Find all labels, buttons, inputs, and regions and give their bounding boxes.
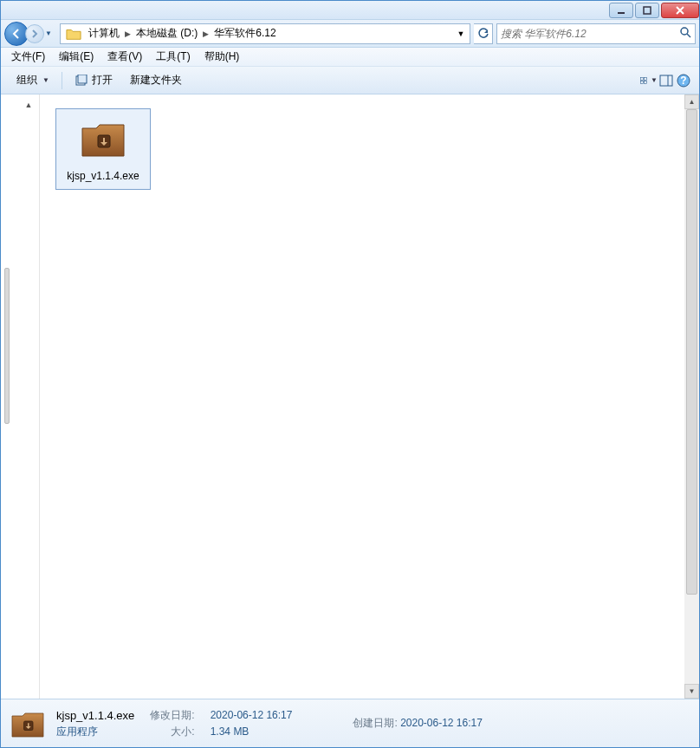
svg-rect-8 bbox=[641, 81, 644, 83]
exe-icon bbox=[75, 114, 131, 163]
separator bbox=[62, 72, 62, 89]
details-created-value: 2020-06-12 16:17 bbox=[400, 717, 483, 729]
open-icon bbox=[75, 75, 88, 87]
search-input[interactable] bbox=[501, 28, 679, 40]
address-row: ▼ 计算机 ▶ 本地磁盘 (D:) ▶ 华军软件6.12 ▼ bbox=[1, 20, 699, 48]
scroll-thumb[interactable] bbox=[686, 109, 697, 595]
menu-edit[interactable]: 编辑(E) bbox=[52, 48, 100, 66]
content-scrollbar[interactable]: ▲ ▼ bbox=[684, 94, 699, 699]
folder-icon bbox=[66, 27, 81, 41]
search-icon[interactable] bbox=[679, 26, 691, 41]
details-filename: kjsp_v1.1.4.exe bbox=[56, 709, 134, 722]
svg-line-3 bbox=[687, 34, 690, 37]
organize-label: 组织 bbox=[16, 73, 37, 88]
close-icon bbox=[675, 6, 685, 15]
maximize-icon bbox=[643, 6, 651, 15]
view-options-button[interactable]: ▼ bbox=[640, 72, 658, 89]
chevron-right-icon[interactable]: ▶ bbox=[123, 29, 133, 38]
main-area: ▲ kjsp_v1.1.4.exe ▲ bbox=[1, 94, 699, 699]
svg-rect-5 bbox=[78, 75, 87, 83]
chevron-down-icon: ▼ bbox=[651, 76, 658, 84]
chevron-down-icon: ▼ bbox=[42, 76, 49, 84]
svg-rect-7 bbox=[644, 77, 646, 80]
svg-rect-6 bbox=[641, 77, 644, 80]
help-button[interactable]: ? bbox=[675, 72, 692, 89]
preview-pane-icon bbox=[659, 75, 673, 87]
window-controls bbox=[609, 3, 699, 18]
svg-rect-1 bbox=[644, 7, 651, 14]
details-created-label: 创建日期: bbox=[353, 717, 397, 729]
forward-button[interactable] bbox=[25, 24, 44, 43]
details-pane: kjsp_v1.1.4.exe 修改日期: 2020-06-12 16:17 应… bbox=[1, 699, 699, 747]
refresh-icon bbox=[477, 28, 489, 40]
breadcrumb-item[interactable]: 计算机 bbox=[85, 26, 123, 41]
new-folder-button[interactable]: 新建文件夹 bbox=[121, 70, 191, 91]
file-name: kjsp_v1.1.4.exe bbox=[67, 170, 139, 184]
address-bar[interactable]: 计算机 ▶ 本地磁盘 (D:) ▶ 华军软件6.12 ▼ bbox=[60, 23, 470, 44]
menu-tools[interactable]: 工具(T) bbox=[149, 48, 197, 66]
details-type: 应用程序 bbox=[56, 725, 134, 739]
details-file-icon bbox=[10, 707, 46, 740]
arrow-right-icon bbox=[30, 29, 39, 38]
chevron-right-icon[interactable]: ▶ bbox=[201, 29, 211, 38]
svg-rect-9 bbox=[644, 81, 646, 83]
navigation-pane[interactable]: ▲ bbox=[1, 94, 40, 699]
preview-pane-button[interactable] bbox=[658, 72, 675, 89]
scroll-down-icon[interactable]: ▼ bbox=[684, 684, 699, 699]
open-button[interactable]: 打开 bbox=[66, 70, 121, 91]
search-box[interactable] bbox=[496, 23, 696, 44]
maximize-button[interactable] bbox=[635, 3, 659, 18]
nav-collapse-button[interactable]: ▲ bbox=[22, 98, 36, 112]
svg-rect-10 bbox=[660, 75, 672, 86]
organize-button[interactable]: 组织 ▼ bbox=[8, 70, 58, 91]
refresh-button[interactable] bbox=[474, 23, 493, 44]
breadcrumb-item[interactable]: 本地磁盘 (D:) bbox=[133, 26, 201, 41]
details-modified-value: 2020-06-12 16:17 bbox=[211, 709, 293, 721]
nav-buttons: ▼ bbox=[4, 22, 56, 46]
help-icon: ? bbox=[677, 74, 690, 88]
scroll-track[interactable] bbox=[684, 109, 699, 684]
file-list[interactable]: kjsp_v1.1.4.exe ▲ ▼ bbox=[40, 94, 699, 699]
close-button[interactable] bbox=[661, 3, 699, 18]
arrow-left-icon bbox=[10, 28, 23, 40]
svg-point-2 bbox=[681, 28, 688, 35]
menu-bar: 文件(F) 编辑(E) 查看(V) 工具(T) 帮助(H) bbox=[1, 48, 699, 67]
nav-history-dropdown[interactable]: ▼ bbox=[44, 29, 53, 37]
details-size-label: 大小: bbox=[150, 725, 194, 739]
toolbar: 组织 ▼ 打开 新建文件夹 ▼ ? bbox=[1, 67, 699, 94]
titlebar bbox=[1, 1, 699, 20]
scroll-up-icon[interactable]: ▲ bbox=[684, 94, 699, 109]
minimize-button[interactable] bbox=[609, 3, 633, 18]
open-label: 打开 bbox=[92, 73, 113, 88]
menu-view[interactable]: 查看(V) bbox=[100, 48, 149, 66]
explorer-window: ▼ 计算机 ▶ 本地磁盘 (D:) ▶ 华军软件6.12 ▼ 文件(F) 编辑(… bbox=[0, 0, 700, 748]
breadcrumb-item[interactable]: 华军软件6.12 bbox=[211, 26, 279, 41]
file-item[interactable]: kjsp_v1.1.4.exe bbox=[55, 108, 151, 190]
nav-scrollbar[interactable] bbox=[4, 268, 10, 424]
minimize-icon bbox=[617, 6, 625, 15]
address-dropdown[interactable]: ▼ bbox=[454, 29, 468, 38]
menu-help[interactable]: 帮助(H) bbox=[198, 48, 247, 66]
svg-text:?: ? bbox=[680, 75, 686, 87]
view-icon bbox=[640, 75, 649, 87]
new-folder-label: 新建文件夹 bbox=[130, 73, 182, 88]
details-created-group: 创建日期: 2020-06-12 16:17 bbox=[353, 716, 482, 731]
menu-file[interactable]: 文件(F) bbox=[4, 48, 52, 66]
details-modified-label: 修改日期: bbox=[150, 708, 194, 723]
details-size-value: 1.34 MB bbox=[211, 725, 293, 738]
details-text: kjsp_v1.1.4.exe 修改日期: 2020-06-12 16:17 应… bbox=[56, 708, 308, 739]
